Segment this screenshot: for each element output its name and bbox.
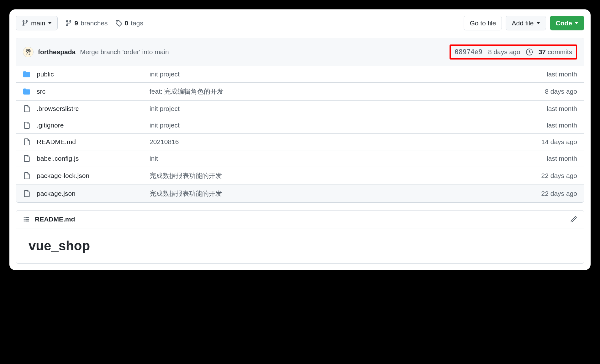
code-button[interactable]: Code [550, 16, 585, 30]
file-time: last month [547, 155, 577, 162]
folder-icon [23, 88, 30, 95]
go-to-file-button[interactable]: Go to file [464, 16, 502, 30]
add-file-label: Add file [512, 18, 534, 28]
avatar[interactable]: 秀 [23, 47, 34, 57]
file-commit-msg[interactable]: init project [150, 70, 540, 78]
file-time: 8 days ago [545, 88, 577, 95]
file-time: last month [547, 70, 577, 78]
tags-count: 0 [125, 19, 129, 27]
branches-link[interactable]: 9 branches [65, 19, 108, 27]
go-to-file-label: Go to file [470, 18, 496, 28]
file-icon [23, 172, 30, 179]
tags-link[interactable]: 0 tags [115, 19, 143, 27]
branch-select-button[interactable]: main [16, 16, 58, 30]
toolbar-right: Go to file Add file Code [464, 16, 584, 30]
file-row[interactable]: .browserslistrcinit projectlast month [16, 101, 584, 117]
file-icon [23, 190, 30, 197]
file-name[interactable]: README.md [37, 138, 143, 146]
file-commit-msg[interactable]: 完成数据报表功能的开发 [150, 189, 535, 198]
repo-toolbar: main 9 branches 0 tags Go to file [16, 16, 584, 30]
commit-time[interactable]: 8 days ago [488, 48, 520, 56]
file-commit-msg[interactable]: feat: 完成编辑角色的开发 [150, 87, 539, 96]
commits-label: commits [548, 48, 572, 55]
file-icon [23, 105, 30, 112]
file-row[interactable]: srcfeat: 完成编辑角色的开发8 days ago [16, 83, 584, 101]
file-commit-msg[interactable]: init project [150, 105, 540, 112]
branches-count: 9 [75, 19, 78, 27]
file-row[interactable]: README.md2021081614 days ago [16, 134, 584, 150]
file-time: 14 days ago [541, 138, 577, 146]
file-time: last month [547, 105, 577, 112]
toolbar-left: main 9 branches 0 tags [16, 16, 143, 30]
file-commit-msg[interactable]: 20210816 [150, 138, 535, 146]
file-row[interactable]: package.json完成数据报表功能的开发22 days ago [16, 185, 584, 202]
readme-header: README.md [16, 211, 584, 228]
commits-link[interactable]: 37 commits [539, 48, 572, 56]
readme-body: vue_shop [16, 228, 584, 263]
caret-down-icon [575, 22, 578, 24]
repo-container: main 9 branches 0 tags Go to file [9, 9, 591, 270]
readme-title: vue_shop [29, 238, 571, 253]
file-row[interactable]: package-lock.json完成数据报表功能的开发22 days ago [16, 167, 584, 185]
folder-icon [23, 71, 30, 78]
file-commit-msg[interactable]: 完成数据报表功能的开发 [150, 171, 535, 180]
file-time: last month [547, 122, 577, 129]
file-commit-msg[interactable]: init [150, 155, 540, 162]
file-row[interactable]: publicinit projectlast month [16, 66, 584, 83]
file-icon [23, 138, 30, 145]
readme-box: README.md vue_shop [16, 210, 584, 264]
file-name[interactable]: babel.config.js [37, 155, 143, 162]
file-time: 22 days ago [541, 172, 577, 179]
branch-icon [22, 20, 29, 27]
caret-down-icon [48, 22, 52, 24]
commit-hash[interactable]: 08974e9 [455, 48, 482, 56]
commits-count-value: 37 [539, 48, 546, 55]
edit-readme-button[interactable] [570, 216, 577, 223]
file-row[interactable]: .gitignoreinit projectlast month [16, 117, 584, 134]
file-icon [23, 122, 30, 129]
latest-commit-bar: 秀 forthespada Merge branch 'order' into … [16, 38, 584, 66]
file-icon [23, 155, 30, 162]
commit-meta-highlight: 08974e9 8 days ago 37 commits [450, 44, 577, 60]
tags-label: tags [131, 19, 143, 27]
file-name[interactable]: .browserslistrc [37, 105, 143, 112]
history-icon[interactable] [526, 49, 533, 55]
file-name[interactable]: .gitignore [37, 122, 143, 129]
file-name[interactable]: package-lock.json [37, 172, 143, 179]
branch-name: main [31, 18, 45, 28]
tag-icon [115, 20, 122, 27]
file-commit-msg[interactable]: init project [150, 122, 540, 129]
file-name[interactable]: src [37, 88, 143, 95]
commit-author[interactable]: forthespada [38, 48, 76, 56]
add-file-button[interactable]: Add file [506, 16, 546, 30]
file-name[interactable]: public [37, 70, 143, 78]
branch-icon [65, 20, 72, 27]
readme-filename[interactable]: README.md [35, 216, 75, 223]
file-list-box: 秀 forthespada Merge branch 'order' into … [16, 38, 584, 203]
list-icon[interactable] [23, 216, 30, 223]
file-row[interactable]: babel.config.jsinitlast month [16, 150, 584, 167]
branches-label: branches [81, 19, 108, 27]
caret-down-icon [536, 22, 540, 24]
file-name[interactable]: package.json [37, 190, 143, 197]
code-label: Code [556, 18, 572, 28]
file-time: 22 days ago [541, 190, 577, 197]
commit-message[interactable]: Merge branch 'order' into main [80, 48, 169, 56]
